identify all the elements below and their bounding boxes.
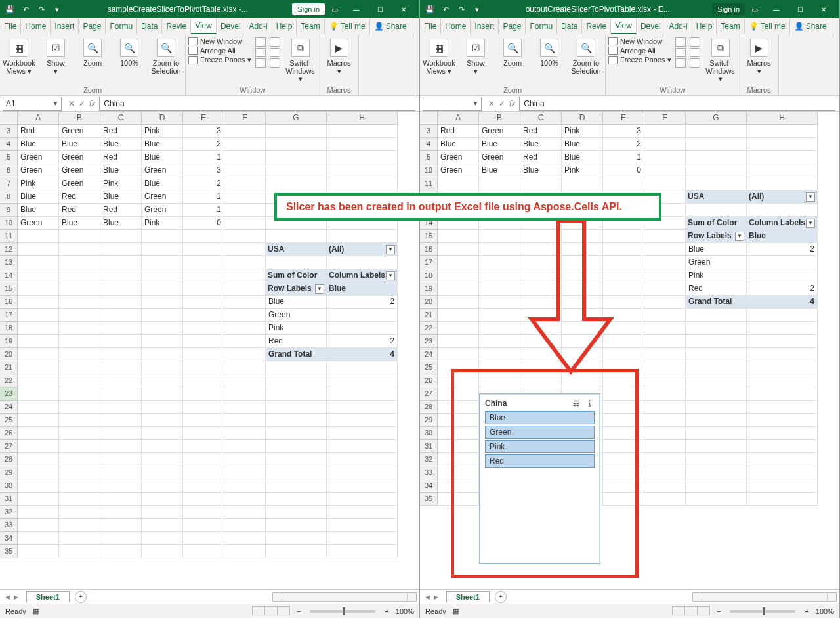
cell[interactable] <box>266 401 327 414</box>
col-header[interactable]: C <box>520 112 562 125</box>
cell[interactable] <box>18 256 59 269</box>
cell[interactable] <box>224 177 266 190</box>
cell[interactable]: Sum of Color <box>266 269 327 282</box>
cell[interactable] <box>142 427 183 440</box>
cell[interactable] <box>142 493 183 506</box>
cell[interactable] <box>686 453 747 466</box>
cell[interactable] <box>100 243 142 256</box>
cell[interactable] <box>479 256 520 269</box>
row-header[interactable]: 7 <box>0 177 18 190</box>
cell[interactable]: Green <box>18 217 59 230</box>
cell[interactable] <box>224 138 266 151</box>
cell[interactable] <box>18 453 59 466</box>
cell[interactable] <box>438 243 479 256</box>
row-header[interactable]: 29 <box>0 466 18 479</box>
cell[interactable] <box>644 177 686 190</box>
cell[interactable] <box>479 309 520 322</box>
cell[interactable] <box>644 440 686 453</box>
cell[interactable] <box>747 348 818 361</box>
signin-button[interactable]: Sign in <box>292 3 325 15</box>
cell[interactable] <box>100 453 142 466</box>
cell[interactable]: Blue <box>142 138 183 151</box>
cell[interactable] <box>327 479 398 493</box>
cell[interactable]: Green <box>686 256 747 269</box>
cell[interactable]: 0 <box>603 164 644 177</box>
cell[interactable] <box>327 414 398 427</box>
cell[interactable] <box>266 414 327 427</box>
cell[interactable] <box>224 190 266 204</box>
cell[interactable] <box>266 519 327 532</box>
cell[interactable]: Green <box>142 204 183 217</box>
cell[interactable]: Blue <box>142 151 183 164</box>
cell[interactable] <box>224 296 266 309</box>
cell[interactable] <box>100 322 142 335</box>
cell[interactable] <box>266 387 327 401</box>
cell[interactable] <box>100 256 142 269</box>
cell[interactable] <box>224 322 266 335</box>
cell[interactable] <box>686 309 747 322</box>
tab-view[interactable]: View <box>191 18 217 34</box>
cell[interactable] <box>183 269 224 282</box>
cell[interactable] <box>747 440 818 453</box>
cell[interactable] <box>142 545 183 558</box>
cell[interactable] <box>18 374 59 387</box>
cell[interactable] <box>183 282 224 296</box>
split-icon[interactable] <box>255 37 266 47</box>
cell[interactable] <box>59 519 100 532</box>
view-switcher[interactable] <box>253 606 290 617</box>
cell[interactable] <box>18 269 59 282</box>
row-header[interactable]: 22 <box>0 374 18 387</box>
cell[interactable] <box>59 243 100 256</box>
cell[interactable] <box>644 335 686 348</box>
tell-me[interactable]: 💡 Tell me <box>325 18 370 34</box>
row-header[interactable]: 17 <box>0 309 18 322</box>
row-header[interactable]: 16 <box>420 243 438 256</box>
row-header[interactable]: 16 <box>0 296 18 309</box>
col-header[interactable]: C <box>100 112 142 125</box>
row-header[interactable]: 20 <box>0 348 18 361</box>
cell[interactable] <box>479 269 520 282</box>
tab-team[interactable]: Team <box>717 18 744 34</box>
redo-icon[interactable]: ↷ <box>455 3 467 15</box>
row-header[interactable]: 11 <box>420 177 438 190</box>
cell[interactable] <box>224 414 266 427</box>
row-header[interactable]: 19 <box>420 282 438 296</box>
chevron-down-icon[interactable]: ▼ <box>472 100 478 107</box>
cell[interactable]: 1 <box>183 151 224 164</box>
sync-scroll-icon[interactable] <box>270 48 280 57</box>
cell[interactable] <box>59 414 100 427</box>
zoom-slider[interactable] <box>730 610 795 613</box>
cell[interactable] <box>18 506 59 519</box>
cell[interactable] <box>644 361 686 374</box>
cell[interactable] <box>183 256 224 269</box>
cell[interactable]: Pink <box>100 177 142 190</box>
view-switcher[interactable] <box>673 606 710 617</box>
cell[interactable] <box>183 440 224 453</box>
cell[interactable] <box>479 282 520 296</box>
row-header[interactable]: 24 <box>0 401 18 414</box>
cell[interactable] <box>327 309 398 322</box>
enter-icon[interactable]: ✓ <box>499 99 505 108</box>
cell[interactable]: 2 <box>747 243 818 256</box>
cell[interactable] <box>142 269 183 282</box>
cell[interactable]: Blue <box>520 164 562 177</box>
cell[interactable]: 3 <box>183 164 224 177</box>
col-header[interactable]: A <box>18 112 59 125</box>
arrange-all-button[interactable]: Arrange All <box>608 47 671 55</box>
cell[interactable] <box>59 427 100 440</box>
row-header[interactable]: 25 <box>0 414 18 427</box>
zoom-to-selection-button[interactable]: 🔍Zoom to Selection <box>570 36 602 75</box>
cell[interactable] <box>100 296 142 309</box>
row-header[interactable]: 27 <box>420 387 438 401</box>
cell[interactable] <box>224 401 266 414</box>
cell[interactable] <box>59 374 100 387</box>
cell[interactable] <box>18 440 59 453</box>
cell[interactable]: Pink <box>142 217 183 230</box>
cell[interactable] <box>100 427 142 440</box>
cell[interactable] <box>266 545 327 558</box>
cell[interactable] <box>142 440 183 453</box>
cell[interactable] <box>438 322 479 335</box>
cell[interactable] <box>686 361 747 374</box>
cell[interactable] <box>224 506 266 519</box>
cell[interactable] <box>747 427 818 440</box>
